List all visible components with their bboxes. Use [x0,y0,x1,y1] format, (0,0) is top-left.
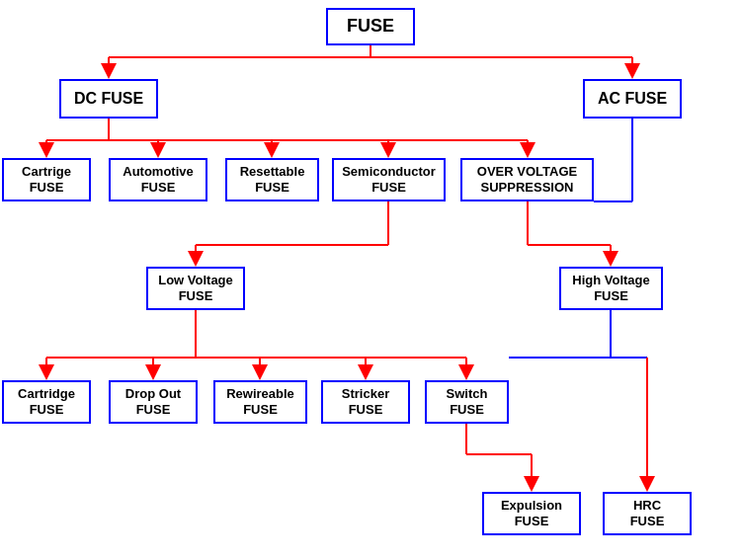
node-hrc: HRCFUSE [603,492,692,535]
node-dcfuse: DC FUSE [59,79,158,119]
node-resettable: ResettableFUSE [225,158,319,201]
node-fuse: FUSE [326,8,415,45]
node-acfuse: AC FUSE [583,79,682,119]
node-expulsion: ExpulsionFUSE [482,492,581,535]
node-cartridge1: CartrigeFUSE [2,158,91,201]
node-cartridge2: CartridgeFUSE [2,380,91,424]
node-switchfuse: SwitchFUSE [425,380,509,424]
node-highvoltage: High VoltageFUSE [559,267,663,310]
node-rewireable: RewireableFUSE [213,380,307,424]
node-stricker: StrickerFUSE [321,380,410,424]
node-dropout: Drop OutFUSE [109,380,198,424]
fuse-diagram: FUSEDC FUSEAC FUSECartrigeFUSEAutomotive… [0,0,741,560]
node-lowvoltage: Low VoltageFUSE [146,267,245,310]
node-overvoltage: OVER VOLTAGESUPPRESSION [460,158,594,201]
node-semiconductor: SemiconductorFUSE [332,158,446,201]
node-automotive: AutomotiveFUSE [109,158,207,201]
